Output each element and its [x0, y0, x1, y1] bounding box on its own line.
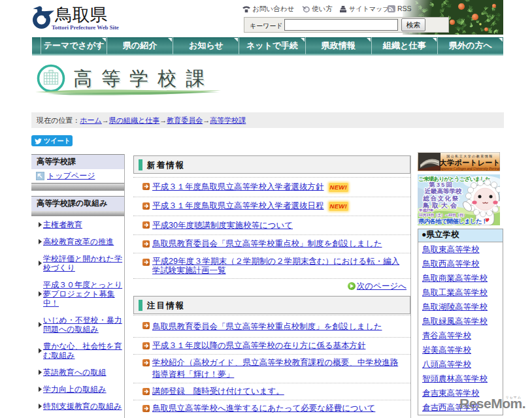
- svg-text:総合文化祭: 総合文化祭: [423, 195, 459, 202]
- svg-text:鳥取大会: 鳥取大会: [422, 202, 459, 209]
- svg-text:Japanese Colleges and Universi: Japanese Colleges and University Portrai…: [439, 167, 500, 170]
- svg-text:県内各地で開催しました！: 県内各地で開催しました！: [418, 217, 488, 225]
- svg-text:近畿高等学校: 近畿高等学校: [425, 187, 463, 195]
- svg-text:平成27年: 平成27年: [418, 208, 434, 212]
- svg-text:国公私立大学の教育情報: 国公私立大学の教育情報: [446, 154, 493, 159]
- svg-text:大学ポートレート: 大学ポートレート: [439, 159, 500, 167]
- svg-text:11月14日（土）～22日（日）: 11月14日（土）～22日（日）: [419, 213, 467, 217]
- svg-text:第35回: 第35回: [428, 181, 454, 188]
